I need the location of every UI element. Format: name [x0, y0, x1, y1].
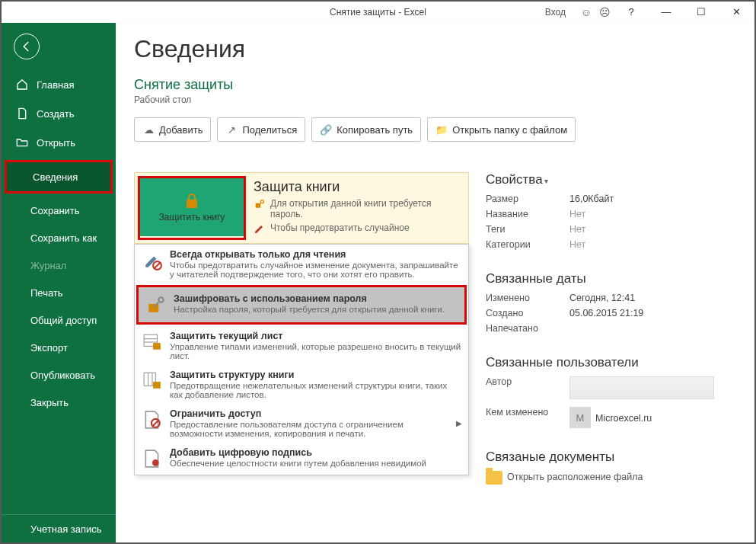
sidebar-item-info-selected: Сведения [5, 160, 113, 194]
prop-key: Название [486, 209, 569, 219]
doc-restrict-icon [141, 408, 164, 431]
dd-readonly[interactable]: Всегда открывать только для чтенияЧтобы … [135, 245, 468, 283]
copy-path-button[interactable]: 🔗Копировать путь [311, 117, 421, 142]
prop-val[interactable]: Нет [569, 224, 585, 235]
sidebar-item-export[interactable]: Экспорт [2, 334, 116, 361]
dd-title: Ограничить доступ [170, 408, 450, 419]
prop-key: Кем изменено [486, 407, 569, 428]
protect-button-highlight: Защитить книгу [138, 176, 246, 240]
share-icon: ↗ [225, 123, 238, 136]
frown-icon[interactable]: ☹ [598, 5, 611, 19]
svg-rect-10 [153, 343, 161, 350]
svg-rect-0 [187, 200, 197, 208]
dd-protect-structure[interactable]: Защитить структуру книгиПредотвращение н… [135, 365, 468, 404]
svg-point-17 [152, 459, 159, 466]
signin-link[interactable]: Вход [545, 7, 566, 18]
sidebar-item-share[interactable]: Общий доступ [2, 306, 116, 334]
file-name: Снятие защиты [134, 77, 736, 93]
link-icon: 🔗 [320, 123, 332, 136]
protect-dropdown: Всегда открывать только для чтенияЧтобы … [134, 244, 469, 475]
structure-lock-icon [141, 370, 164, 392]
dd-title: Всегда открывать только для чтения [170, 249, 462, 260]
page-title: Сведения [134, 35, 736, 63]
back-button[interactable] [14, 34, 40, 59]
prop-key: Размер [486, 194, 569, 204]
maximize-button[interactable]: ☐ [686, 2, 716, 22]
close-button[interactable]: ✕ [721, 2, 751, 22]
folder-open-icon [15, 136, 29, 149]
sheet-lock-icon [141, 331, 164, 354]
titlebar: Снятие защиты - Excel Вход ☺ ☹ ? — ☐ ✕ [2, 2, 754, 23]
key-lock-icon [145, 293, 167, 316]
dd-title: Зашифровать с использованием пароля [174, 293, 458, 304]
svg-rect-14 [153, 382, 161, 389]
sidebar-item-save[interactable]: Сохранить [2, 197, 116, 224]
prop-val[interactable]: Нет [569, 239, 585, 250]
dd-title: Защитить структуру книги [170, 370, 462, 380]
avatar: М [569, 407, 591, 428]
sidebar-label: Сведения [33, 171, 78, 183]
main-pane: Сведения Снятие защиты Рабочий стол ☁Доб… [116, 23, 754, 542]
svg-rect-1 [256, 203, 261, 208]
props-heading[interactable]: Свойства▾ [486, 172, 736, 187]
chevron-right-icon: ▶ [456, 419, 462, 427]
protect-description: Защита книги Для открытия данной книги т… [249, 173, 468, 243]
protect-heading: Защита книги [254, 179, 461, 195]
open-file-location[interactable]: Открыть расположение файла [486, 471, 736, 485]
prop-key: Теги [486, 224, 569, 235]
sidebar-bottom: Учетная запись [2, 514, 116, 542]
help-button[interactable]: ? [616, 2, 646, 22]
folder-icon [486, 471, 502, 485]
dates-heading: Связанные даты [486, 271, 736, 286]
sidebar-item-journal: Журнал [2, 251, 116, 279]
open-folder-button[interactable]: 📁Открыть папку с файлом [427, 117, 576, 142]
prop-key: Изменено [486, 293, 569, 303]
prop-val[interactable]: Нет [569, 209, 585, 219]
docs-heading: Связаные документы [486, 450, 736, 465]
sidebar-item-publish[interactable]: Опубликовать [2, 361, 116, 389]
sidebar-item-home[interactable]: Главная [2, 70, 116, 99]
left-column: Защитить книгу Защита книги Для открытия… [134, 172, 469, 475]
cloud-up-icon: ☁ [142, 123, 155, 136]
properties-column: Свойства▾ Размер16,0Кбайт НазваниеНет Те… [486, 172, 736, 485]
sidebar-item-account[interactable]: Учетная запись [2, 515, 116, 542]
key-lock-icon [254, 198, 266, 210]
sidebar-item-print[interactable]: Печать [2, 279, 116, 306]
minimize-button[interactable]: — [651, 2, 681, 22]
file-location: Рабочий стол [134, 94, 736, 105]
signature-icon [141, 447, 164, 470]
protect-workbook-section: Защитить книгу Защита книги Для открытия… [134, 172, 469, 244]
protect-workbook-button[interactable]: Защитить книгу [140, 178, 244, 236]
prop-key: Напечатано [486, 323, 569, 334]
sidebar-label: Создать [37, 108, 74, 120]
dd-encrypt-password[interactable]: Зашифровать с использованием пароляНастр… [136, 285, 467, 325]
info-columns: Защитить книгу Защита книги Для открытия… [134, 172, 736, 485]
sidebar-item-close[interactable]: Закрыть [2, 389, 116, 416]
sidebar-item-info[interactable]: Сведения [7, 162, 110, 191]
smile-icon[interactable]: ☺ [579, 5, 593, 19]
sidebar-label: Главная [37, 79, 74, 91]
info-toolbar: ☁Добавить ↗Поделиться 🔗Копировать путь 📁… [134, 117, 736, 142]
folder-icon: 📁 [435, 123, 448, 136]
svg-point-6 [158, 297, 164, 302]
sidebar-item-saveas[interactable]: Сохранить как [2, 224, 116, 251]
arrow-left-icon [20, 40, 33, 53]
dd-title: Добавить цифровую подпись [170, 447, 462, 458]
upload-button[interactable]: ☁Добавить [134, 117, 211, 142]
sidebar-item-open[interactable]: Открыть [2, 128, 116, 157]
share-button[interactable]: ↗Поделиться [217, 117, 305, 142]
dd-digital-signature[interactable]: Добавить цифровую подписьОбеспечение цел… [135, 443, 468, 475]
prop-key: Создано [486, 308, 569, 318]
lock-icon [183, 192, 201, 210]
author-field[interactable] [569, 376, 714, 399]
svg-line-4 [154, 262, 161, 269]
changed-by: МMicroexcel.ru [569, 407, 652, 428]
backstage-sidebar: Главная Создать Открыть Сведения Сохрани… [2, 23, 116, 542]
prop-key: Автор [486, 376, 569, 399]
dd-protect-sheet[interactable]: Защитить текущий листУправление типами и… [135, 326, 468, 365]
chevron-down-icon: ▾ [544, 177, 548, 185]
dd-restrict-access[interactable]: Ограничить доступПредоставление пользова… [135, 404, 468, 443]
sidebar-item-new[interactable]: Создать [2, 99, 116, 128]
prop-val: 05.06.2015 21:19 [569, 308, 643, 318]
window-title: Снятие защиты - Excel [330, 7, 426, 18]
